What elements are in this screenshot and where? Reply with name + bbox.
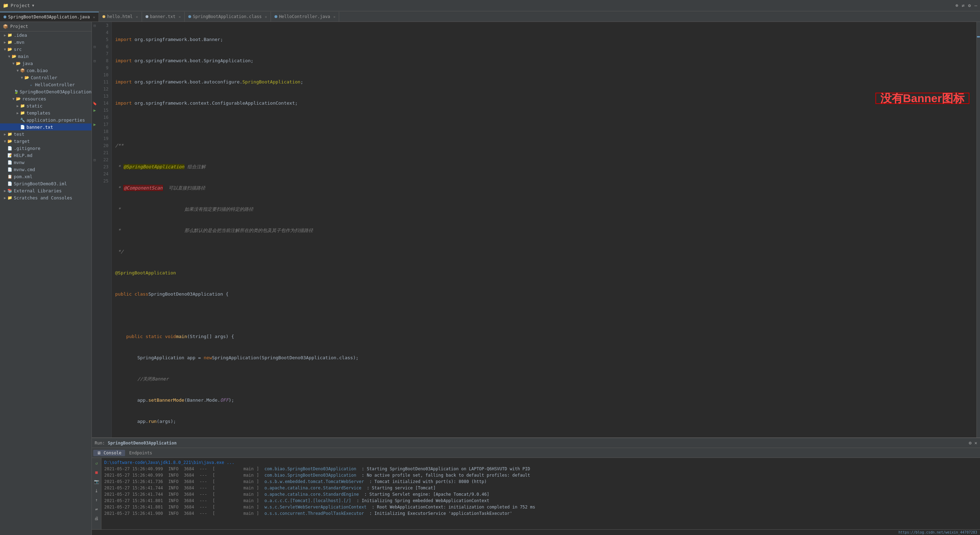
tree-item-target[interactable]: ▼ 📂 target: [0, 137, 92, 145]
soft-wrap-btn[interactable]: ⇌: [92, 505, 100, 513]
tab-springbootapplication-class[interactable]: SpringBootApplication.class ✕: [185, 12, 271, 22]
code-line-21: app.run(args);: [115, 418, 973, 425]
tab-hello-html[interactable]: hello.html ✕: [99, 12, 142, 22]
sep-7: ---: [197, 510, 207, 517]
tab-close-1[interactable]: ✕: [93, 15, 95, 19]
xml-icon-pomxml: 📋: [7, 174, 13, 179]
scroll-up-btn[interactable]: ↑: [92, 496, 100, 504]
code-content[interactable]: import org.springframework.boot.Banner; …: [111, 22, 977, 438]
tab-close-3[interactable]: ✕: [179, 15, 181, 19]
tree-label-scratches: Scratches and Consoles: [14, 195, 72, 201]
ts-5: 2021-05-27 15:26:41.801: [104, 498, 163, 504]
log-1: com.biao.SpringBootDeno03Application: [262, 472, 356, 478]
tree-item-extlibs[interactable]: ▶ 📚 External Libraries: [0, 187, 92, 194]
settings-icon[interactable]: ⚙: [968, 3, 971, 8]
tree-item-main[interactable]: ▼ 📂 main: [0, 53, 92, 60]
tree-item-gitignore[interactable]: ▶ 📄 .gitignore: [0, 145, 92, 152]
br-1: [: [210, 472, 215, 478]
globe-icon[interactable]: ⊕: [956, 3, 958, 8]
tree-item-appprops[interactable]: ▶ 🔧 application.properties: [0, 117, 92, 123]
tree-label-test: test: [14, 131, 24, 137]
tree-item-iml[interactable]: ▶ 📄 SpringBootDemo03.iml: [0, 180, 92, 187]
msg-0: : Starting SpringBootDeno03Application o…: [359, 466, 530, 472]
tree-label-appprops: application.properties: [27, 117, 85, 123]
sep-4: ---: [197, 491, 207, 498]
console-output[interactable]: D:\software-code\Java\jdk1.8.0_221\bin\j…: [102, 458, 980, 529]
tree-item-idea[interactable]: ▶ 📁 .idea: [0, 32, 92, 38]
folder-icon-target: 📂: [7, 138, 13, 144]
tree-item-test[interactable]: ▶ 📁 test: [0, 131, 92, 137]
ln-9: 9: [100, 64, 108, 72]
tab-endpoints[interactable]: Endpoints: [126, 450, 156, 456]
dropdown-arrow-icon[interactable]: ▼: [32, 3, 34, 8]
tree-label-idea: .idea: [14, 32, 27, 38]
tab-label-2: hello.html: [107, 14, 132, 19]
tree-item-helpmd[interactable]: ▶ 📝 HELP.md: [0, 152, 92, 159]
tree-item-java[interactable]: ▼ 📂 java: [0, 60, 92, 67]
tree-item-src[interactable]: ▼ 📂 src: [0, 46, 92, 53]
tree-item-mvn[interactable]: ▶ 📁 .mvn: [0, 38, 92, 46]
lv-1: INFO: [166, 472, 178, 478]
sep-1: ---: [197, 472, 207, 478]
ln-15: 15: [100, 107, 108, 114]
tab-hellocontroller[interactable]: HelloController.java ✕: [271, 12, 339, 22]
gutter-7: [92, 50, 97, 57]
gutter-markers: ⊟ ⊟ ⊟ 🔖 ▶ ▶ ⊟: [92, 22, 97, 438]
sep-3: ---: [197, 485, 207, 491]
folder-icon-mvn: 📁: [7, 39, 13, 45]
tree-item-scratches[interactable]: ▶ 📁 Scratches and Consoles: [0, 194, 92, 201]
log-3: o.apache.catalina.core.StandardService: [262, 485, 361, 491]
restart-btn[interactable]: ↺: [92, 459, 100, 467]
tree-item-springbootdeno03app[interactable]: ▶ 🍃 SpringBootDeno03Application: [0, 88, 92, 95]
tab-close-4[interactable]: ✕: [265, 15, 267, 19]
ln-13: 13: [100, 93, 108, 100]
tree-item-mvnw[interactable]: ▶ 📄 mvnw: [0, 159, 92, 166]
tree-item-static[interactable]: ▶ 📁 static: [0, 102, 92, 109]
tree-item-templates[interactable]: ▶ 📁 templates: [0, 109, 92, 117]
scroll-end-btn[interactable]: ⤓: [92, 487, 100, 495]
close-icon-bottom[interactable]: ✕: [974, 440, 977, 446]
tree-item-combiao[interactable]: ▼ 📦 com.biao: [0, 67, 92, 74]
tab-console[interactable]: 🖥 Console: [93, 450, 125, 456]
print-btn[interactable]: 🖨: [92, 514, 100, 522]
tab-label-3: banner.txt: [150, 14, 176, 19]
br-3: [: [210, 485, 215, 491]
stop-btn[interactable]: ■: [92, 468, 100, 476]
tree-item-hellocontroller[interactable]: ▶ ☕ HelloController: [0, 81, 92, 88]
md-icon-helpmd: 📝: [7, 152, 13, 158]
ln-24: 24: [100, 171, 108, 177]
tab-close-2[interactable]: ✕: [136, 15, 138, 19]
split-icon[interactable]: ⇄: [962, 3, 965, 8]
tree-item-pomxml[interactable]: ▶ 📋 pom.xml: [0, 173, 92, 180]
minimize-icon[interactable]: —: [974, 3, 977, 8]
tab-close-5[interactable]: ✕: [333, 15, 335, 19]
tree-item-resources[interactable]: ▼ 📂 resources: [0, 95, 92, 102]
br2-0: ]: [256, 466, 259, 472]
tree-item-controller[interactable]: ▼ 📂 Controller: [0, 74, 92, 81]
settings-icon-bottom[interactable]: ⚙: [969, 440, 972, 446]
br2-2: ]: [256, 478, 259, 485]
lv-6: INFO: [166, 504, 178, 510]
tree-label-hellocontroller: HelloController: [35, 82, 75, 87]
tree-label-resources: resources: [22, 96, 46, 102]
lv-0: INFO: [166, 466, 178, 472]
ts-2: 2021-05-27 15:26:41.736: [104, 478, 163, 485]
ln-23: 23: [100, 163, 108, 171]
camera-btn[interactable]: 📷: [92, 478, 100, 485]
folder-icon-src: 📂: [7, 46, 13, 52]
tree-item-bannertxt[interactable]: ▶ 📄 banner.txt: [0, 123, 92, 131]
gutter-25: [92, 177, 97, 185]
pid-2: 3684: [181, 478, 194, 485]
br2-4: ]: [256, 491, 259, 498]
tree-item-mvnwcmd[interactable]: ▶ 📄 mvnw.cmd: [0, 166, 92, 173]
tab-springbootdeno03application[interactable]: SpringBootDeno03Application.java ✕: [0, 12, 99, 22]
pid-5: 3684: [181, 498, 194, 504]
right-scroll-indicator[interactable]: [977, 22, 980, 438]
lib-icon-extlibs: 📚: [7, 188, 13, 193]
br2-6: ]: [256, 504, 259, 510]
tab-banner-txt[interactable]: banner.txt ✕: [142, 12, 185, 22]
log-line-6: 2021-05-27 15:26:41.801 INFO 3684 --- [ …: [104, 504, 977, 510]
log-line-3: 2021-05-27 15:26:41.744 INFO 3684 --- [ …: [104, 485, 977, 491]
ln-19: 19: [100, 135, 108, 142]
tree-label-extlibs: External Libraries: [14, 188, 62, 193]
